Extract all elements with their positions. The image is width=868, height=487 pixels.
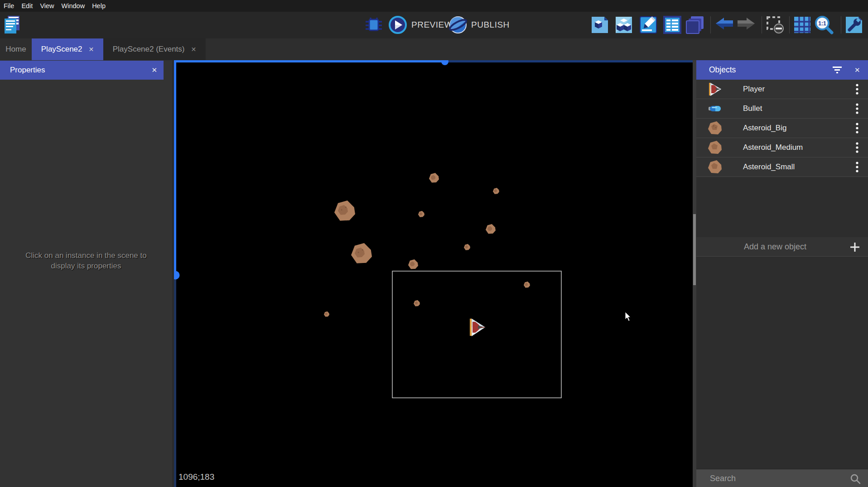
object-menu-icon[interactable] [854,122,860,134]
tab-playscene2-events[interactable]: PlayScene2 (Events) ✕ [103,38,206,60]
properties-panel-header: Properties ✕ [0,61,164,80]
object-name: Asteroid_Big [743,124,786,133]
object-name: Bullet [743,104,762,113]
search-input[interactable] [710,469,846,487]
toolbar-separator [710,16,711,33]
tab-bar: Home PlayScene2 ✕ PlayScene2 (Events) ✕ [0,38,868,60]
undo-icon[interactable] [715,15,734,34]
scene-instance-asteroid_small[interactable] [493,188,499,194]
publish-globe-icon[interactable] [448,15,468,34]
object-menu-icon[interactable] [854,142,860,154]
add-new-object-row[interactable]: Add a new object [696,237,868,257]
object-menu-icon[interactable] [854,83,860,95]
tab-playscene2-events-label: PlayScene2 (Events) [113,45,185,54]
object-row-player[interactable]: Player [696,80,868,99]
menu-file[interactable]: File [4,2,14,10]
deselect-icon[interactable] [766,15,785,34]
redo-icon[interactable] [737,15,756,34]
tab-close-icon[interactable]: ✕ [191,46,197,53]
menu-window[interactable]: Window [62,2,85,10]
add-new-object-label: Add a new object [744,242,806,252]
selection-handle-top[interactable] [441,60,448,65]
scene-instance-asteroid_medium[interactable] [429,173,439,182]
canvas-scrollbar-thumb[interactable] [693,214,696,285]
tab-home-label: Home [5,45,26,54]
scene-instance-asteroid_big[interactable] [351,243,372,263]
object-name: Player [743,85,765,94]
selection-border-left-dim [174,275,176,487]
scene-instance-asteroid_big[interactable] [334,201,355,221]
scene-instance-asteroid_medium[interactable] [486,224,496,234]
scene-instance-asteroid_medium[interactable] [408,259,418,269]
cursor-coordinates: 1096;183 [178,472,214,482]
mouse-cursor [625,312,631,321]
selection-border-left [174,62,176,275]
search-icon [850,473,861,486]
object-menu-icon[interactable] [854,161,860,173]
scene-instance-asteroid_small[interactable] [464,244,470,250]
toolbar-separator [762,16,762,33]
toolbar-separator [841,16,841,33]
project-manager-icon[interactable] [3,15,22,34]
objects-panel: Objects ✕ [696,60,868,487]
object-row-bullet[interactable]: Bullet [696,99,868,119]
toolbar: PREVIEW PUBLISH [0,12,868,38]
close-icon[interactable]: ✕ [151,61,157,80]
tab-playscene2[interactable]: PlayScene2 ✕ [32,38,103,60]
scene-render [174,60,693,487]
canvas-scrollbar[interactable] [693,60,696,487]
object-menu-icon[interactable] [854,103,860,115]
scene-instance-asteroid_small[interactable] [324,311,329,317]
properties-panel-title: Properties [10,66,45,75]
tab-playscene2-label: PlayScene2 [41,45,82,54]
selection-border-top-dim [445,60,693,62]
filter-icon[interactable] [832,65,842,76]
object-row-asteroid-medium[interactable]: Asteroid_Medium [696,138,868,158]
scene-instance-player[interactable] [470,319,485,336]
plus-icon[interactable] [849,242,860,254]
debugger-bug-icon[interactable] [364,15,383,34]
scene-instance-asteroid_small[interactable] [524,282,530,288]
asteroid-icon [707,120,723,136]
objects-panel-header: Objects ✕ [696,60,868,80]
scene-instance-asteroid_small[interactable] [414,300,420,306]
zoom-1-1-icon[interactable]: 1:1 [815,15,834,34]
menu-view[interactable]: View [40,2,54,10]
scene-canvas[interactable]: 1096;183 [174,60,693,487]
selection-handle-left[interactable] [174,271,180,280]
asteroid-icon [707,139,723,156]
object-name: Asteroid_Small [743,162,795,172]
ship-icon [707,81,723,97]
object-row-asteroid-big[interactable]: Asteroid_Big [696,119,868,138]
asteroid-icon [707,159,723,175]
scene-instance-asteroid_small[interactable] [418,211,424,217]
properties-empty-message: Click on an instance in the scene to dis… [0,250,172,271]
svg-text:1:1: 1:1 [818,20,826,27]
grid-icon[interactable] [793,15,812,34]
project-settings-wrench-icon[interactable] [844,15,863,34]
selection-border-top [174,60,445,62]
menu-help[interactable]: Help [92,2,106,10]
menu-bar: File Edit View Window Help [0,0,868,12]
tab-home[interactable]: Home [0,38,32,60]
objects-panel-title: Objects [709,65,736,75]
scene-properties-icon[interactable] [590,15,609,34]
toolbar-separator [789,16,790,33]
object-name: Asteroid_Medium [743,143,803,152]
instances-list-icon[interactable] [663,15,682,34]
close-icon[interactable]: ✕ [854,60,860,80]
tab-close-icon[interactable]: ✕ [89,46,94,53]
gdevelop-window: File Edit View Window Help [0,0,868,487]
objects-list-icon[interactable] [614,15,633,34]
properties-panel: Properties ✕ Click on an instance in the… [0,60,172,487]
preview-play-icon[interactable] [388,15,407,34]
edit-scene-pencil-icon[interactable] [639,15,658,34]
publish-button[interactable]: PUBLISH [471,15,510,34]
menu-edit[interactable]: Edit [21,2,33,10]
preview-button[interactable]: PREVIEW [411,15,453,34]
bullet-icon [707,100,723,117]
objects-search-bar [696,469,868,487]
object-row-asteroid-small[interactable]: Asteroid_Small [696,158,868,177]
main-area: Properties ✕ Click on an instance in the… [0,60,868,487]
layers-icon[interactable] [685,15,704,34]
